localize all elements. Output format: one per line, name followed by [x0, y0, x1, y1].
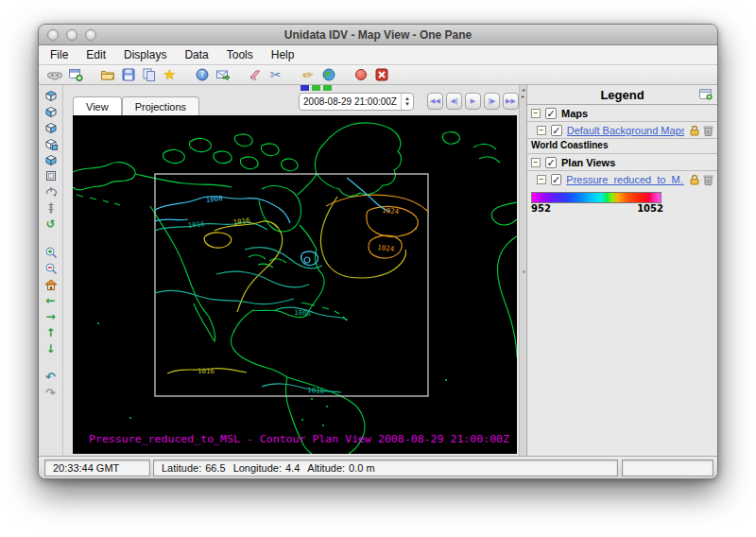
globe-projection-icon[interactable]: [320, 67, 336, 83]
save-bundle-icon[interactable]: [120, 67, 136, 83]
legend-group-plan-views: − ✓ Plan Views: [527, 154, 717, 171]
svg-text:1008: 1008: [294, 308, 312, 318]
svg-text:?: ?: [199, 70, 204, 79]
plan-views-checkbox[interactable]: ✓: [545, 157, 557, 168]
svg-text:1024: 1024: [377, 243, 395, 253]
background-maps-checkbox[interactable]: ✓: [551, 125, 562, 136]
view-top-icon[interactable]: [43, 88, 59, 102]
menu-file[interactable]: File: [50, 48, 68, 61]
legend-panel: Legend − ✓ Maps − ✓ Default Background M…: [527, 85, 717, 456]
collapse-icon[interactable]: −: [531, 158, 541, 167]
svg-text:1016: 1016: [187, 219, 205, 230]
idv-map-view-window: Unidata IDV - Map View - One Pane File E…: [38, 24, 718, 479]
svg-text:1008: 1008: [205, 194, 223, 204]
main-toolbar: ★ ? ✂ ✏: [39, 65, 717, 85]
color-scale: 952 1052: [527, 188, 717, 216]
legend-header: Legend: [527, 85, 717, 105]
float-legend-icon[interactable]: [699, 89, 713, 100]
copy-display-icon[interactable]: [141, 67, 157, 83]
step-forward-button[interactable]: |▶: [484, 93, 500, 110]
trash-icon[interactable]: [703, 174, 713, 185]
colorbar[interactable]: [531, 192, 662, 203]
time-stepper-icon[interactable]: ▲▼: [401, 94, 413, 110]
edit-pencil-icon[interactable]: ✏: [300, 67, 316, 83]
position-box: Latitude: 66.5 Longitude: 4.4 Altitude: …: [153, 459, 618, 476]
view-tabs: View Projections: [73, 96, 199, 115]
legend-title: Legend: [600, 88, 644, 102]
svg-text:1016: 1016: [307, 386, 325, 395]
status-bar: 20:33:44 GMT Latitude: 66.5 Longitude: 4…: [39, 456, 717, 478]
menu-tools[interactable]: Tools: [227, 48, 253, 61]
viewpoint-toolbar: ↺ ← → ↑ ↓ ↶ ↷: [39, 85, 63, 456]
play-button[interactable]: ▶: [465, 93, 481, 110]
time-selector[interactable]: 2008-08-29 21:00:00Z ▲▼: [299, 93, 414, 111]
display-indicators: [301, 85, 332, 91]
view-perspective-icon[interactable]: [43, 136, 59, 150]
pressure-display-link[interactable]: Pressure_reduced_to_M...: [566, 174, 684, 185]
favorites-icon[interactable]: ★: [162, 67, 178, 83]
tab-view[interactable]: View: [73, 96, 122, 115]
tab-projections[interactable]: Projections: [122, 96, 199, 115]
help-icon[interactable]: ?: [194, 67, 210, 83]
support-request-icon[interactable]: [215, 67, 231, 83]
display-caption: Pressure_reduced_to_MSL - Contour Plan V…: [89, 434, 509, 445]
open-bundle-icon[interactable]: [99, 67, 115, 83]
pan-left-icon[interactable]: ←: [43, 293, 59, 307]
main-area: ↺ ← → ↑ ↓ ↶ ↷ View Projections: [39, 85, 717, 456]
new-display-window-icon[interactable]: [67, 67, 83, 83]
map-canvas: 1008 1016 1016 1024 1024 1008 1016 1016 …: [73, 115, 517, 454]
collapse-icon[interactable]: −: [537, 175, 546, 184]
collapse-icon[interactable]: −: [531, 109, 541, 118]
view-bottom-icon[interactable]: [43, 152, 59, 166]
view-side-icon[interactable]: [43, 120, 59, 134]
redo-icon[interactable]: ↷: [43, 386, 59, 400]
lock-icon[interactable]: [689, 125, 700, 136]
clock-box: 20:33:44 GMT: [44, 459, 150, 476]
undo-icon[interactable]: ↶: [43, 370, 59, 384]
background-maps-link[interactable]: Default Background Maps: [567, 125, 684, 136]
title-bar[interactable]: Unidata IDV - Map View - One Pane: [39, 25, 717, 45]
zoom-out-icon[interactable]: [43, 261, 59, 275]
pan-right-icon[interactable]: →: [43, 309, 59, 323]
map-display[interactable]: 1008 1016 1016 1024 1024 1008 1016 1016 …: [73, 115, 517, 454]
view-front-icon[interactable]: [43, 104, 59, 118]
dashboard-icon[interactable]: [46, 67, 62, 83]
step-back-button[interactable]: ◀|: [446, 93, 462, 110]
fast-forward-button[interactable]: ▶▶: [503, 93, 519, 110]
auto-rotate-icon[interactable]: ↺: [43, 217, 59, 231]
trash-icon[interactable]: [703, 125, 713, 136]
collapse-icon[interactable]: −: [537, 126, 546, 135]
menu-data[interactable]: Data: [184, 48, 208, 61]
desktop: Unidata IDV - Map View - One Pane File E…: [0, 0, 756, 537]
latitude-value: 66.5: [205, 462, 225, 474]
maps-checkbox[interactable]: ✓: [545, 108, 557, 119]
panel-splitter[interactable]: ◂▸: [519, 85, 527, 456]
set-bounds-icon[interactable]: [43, 168, 59, 182]
rewind-button[interactable]: ◀◀: [427, 93, 443, 110]
svg-text:1024: 1024: [382, 206, 400, 216]
menu-edit[interactable]: Edit: [86, 48, 106, 61]
pressure-checkbox[interactable]: ✓: [551, 174, 562, 185]
menu-help[interactable]: Help: [271, 48, 295, 61]
longitude-label: Longitude:: [233, 462, 282, 474]
lock-icon[interactable]: [689, 174, 700, 185]
home-view-icon[interactable]: [43, 277, 59, 291]
vertical-scale-icon[interactable]: [43, 200, 59, 215]
remove-displays-icon[interactable]: [247, 67, 263, 83]
splitter-handle[interactable]: [523, 270, 525, 273]
pan-down-icon[interactable]: ↓: [43, 341, 59, 355]
memory-box: [622, 459, 713, 476]
remove-data-icon[interactable]: ✂: [267, 67, 284, 83]
maps-group-label: Maps: [561, 108, 588, 119]
exit-icon[interactable]: [373, 67, 389, 83]
svg-text:1016: 1016: [232, 216, 251, 226]
zoom-in-icon[interactable]: [43, 245, 59, 259]
menu-displays[interactable]: Displays: [124, 48, 166, 61]
indicator-blue: [301, 85, 309, 91]
pan-up-icon[interactable]: ↑: [43, 325, 59, 339]
world-coastlines: [73, 123, 517, 454]
splitter-collapse-icon[interactable]: ◂▸: [520, 87, 526, 99]
record-image-icon[interactable]: [352, 67, 369, 83]
rotate-view-icon[interactable]: [43, 184, 59, 199]
svg-text:1016: 1016: [198, 367, 215, 375]
